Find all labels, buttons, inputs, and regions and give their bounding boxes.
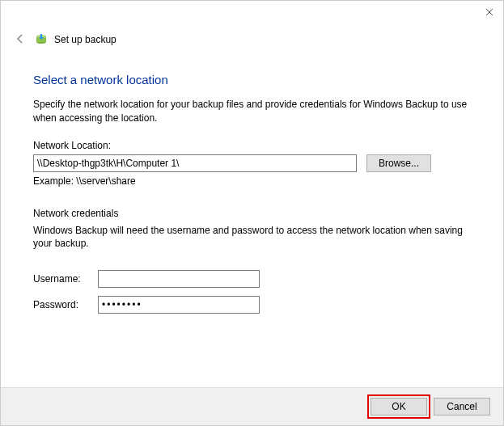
credentials-description: Windows Backup will need the username an…	[33, 224, 471, 251]
page-description: Specify the network location for your ba…	[33, 98, 471, 125]
cancel-button[interactable]: Cancel	[434, 398, 490, 415]
password-input[interactable]	[98, 296, 260, 314]
network-location-row: Browse...	[33, 154, 471, 172]
header-title-text: Set up backup	[54, 34, 116, 45]
page-heading: Select a network location	[33, 73, 471, 86]
username-input[interactable]	[98, 270, 260, 288]
close-icon[interactable]	[484, 7, 495, 19]
backup-icon	[35, 32, 48, 47]
content: Select a network location Specify the ne…	[1, 63, 503, 387]
example-text: Example: \\server\share	[33, 175, 471, 187]
header-title-group: Set up backup	[35, 32, 116, 47]
browse-button[interactable]: Browse...	[366, 154, 431, 172]
username-label: Username:	[33, 273, 98, 285]
header: Set up backup	[1, 25, 503, 63]
ok-button[interactable]: OK	[371, 398, 427, 415]
username-row: Username:	[33, 270, 471, 288]
network-location-label: Network Location:	[33, 140, 471, 151]
password-row: Password:	[33, 296, 471, 314]
footer: OK Cancel	[1, 387, 503, 425]
password-label: Password:	[33, 299, 98, 310]
titlebar	[1, 1, 503, 25]
back-arrow-icon[interactable]	[14, 33, 27, 46]
setup-backup-dialog: Set up backup Select a network location …	[0, 0, 504, 426]
network-location-input[interactable]	[33, 154, 357, 172]
credentials-heading: Network credentials	[33, 208, 471, 219]
